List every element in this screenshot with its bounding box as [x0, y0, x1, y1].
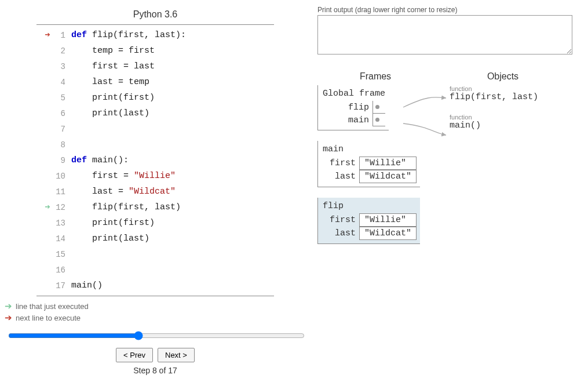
code-panel: Python 3.6 ➔1def flip(first, last):2 tem…: [36, 9, 274, 296]
code-line: 9def main():: [36, 152, 274, 168]
object-type: function: [450, 114, 584, 121]
code-line: 5 print(first): [36, 90, 274, 106]
global-var-main-row: main: [341, 114, 385, 126]
var-value: "Wildcat": [359, 227, 417, 240]
line-number: 11: [52, 187, 71, 197]
line-number: 3: [52, 62, 71, 71]
code-text: temp = first: [71, 46, 155, 56]
var-name: first: [323, 213, 359, 227]
line-number: 13: [52, 219, 71, 228]
flip-var-first-row: first "Willie": [323, 213, 417, 227]
arrow-green-icon: ➔: [45, 203, 50, 212]
var-name: first: [323, 157, 359, 170]
object-type: function: [450, 85, 584, 92]
code-text: print(first): [71, 93, 155, 103]
line-number: 12: [52, 203, 71, 212]
legend-green-text: line that just executed: [16, 302, 89, 311]
line-number: 8: [52, 140, 71, 150]
line-number: 2: [52, 46, 71, 56]
object-function-flip: function flip(first, last): [450, 85, 584, 102]
line-number: 10: [52, 172, 71, 181]
line-number: 6: [52, 109, 71, 118]
flip-var-last-row: last "Wildcat": [323, 227, 417, 240]
var-name: main: [341, 114, 372, 126]
code-line: 7: [36, 121, 274, 137]
frame-main: main first "Willie" last "Wildcat": [317, 141, 420, 187]
main-var-first-row: first "Willie": [323, 157, 417, 170]
line-number: 5: [52, 93, 71, 103]
line-number: 17: [52, 281, 71, 290]
frame-flip: flip first "Willie" last "Wildcat": [317, 198, 420, 244]
code-line: ➔12 flip(first, last): [36, 199, 274, 215]
arrow-red-icon: ➔: [45, 31, 50, 40]
var-value: "Willie": [359, 157, 417, 170]
code-text: first = "Willie": [71, 171, 176, 181]
frame-main-title: main: [323, 144, 417, 154]
code-text: def main():: [71, 155, 129, 165]
var-value: "Willie": [359, 213, 417, 227]
code-line: 13 print(first): [36, 215, 274, 231]
code-text: print(last): [71, 234, 149, 243]
print-output[interactable]: [317, 15, 572, 54]
code-line: 16: [36, 262, 274, 278]
visualization-area: Global frame flip main main: [317, 85, 584, 255]
code-line: 3 first = last: [36, 59, 274, 74]
line-number: 9: [52, 156, 71, 165]
var-value: "Wildcat": [359, 170, 417, 183]
code-text: first = last: [71, 61, 155, 71]
arrow-green-icon: ➔: [5, 301, 12, 311]
line-number: 7: [52, 125, 71, 134]
line-number: 14: [52, 234, 71, 243]
code-text: print(last): [71, 108, 149, 118]
code-text: last = "Wildcat": [71, 187, 176, 197]
code-line: 11 last = "Wildcat": [36, 184, 274, 199]
code-line: 10 first = "Willie": [36, 168, 274, 184]
code-line: 2 temp = first: [36, 43, 274, 59]
line-number: 15: [52, 250, 71, 259]
code-line: 6 print(last): [36, 106, 274, 121]
code-text: def flip(first, last):: [71, 30, 186, 40]
next-button[interactable]: Next >: [158, 348, 195, 362]
frame-flip-title: flip: [323, 201, 417, 211]
code-line: 4 last = temp: [36, 74, 274, 90]
frame-global: Global frame flip main: [317, 85, 389, 130]
prev-button[interactable]: < Prev: [116, 348, 153, 362]
legend-red-text: next line to execute: [16, 314, 81, 322]
code-line: 8: [36, 137, 274, 152]
code-line: 17main(): [36, 278, 274, 293]
objects-header: Objects: [433, 71, 572, 82]
object-signature: flip(first, last): [450, 92, 584, 102]
step-slider[interactable]: [8, 331, 305, 340]
code-text: main(): [71, 281, 103, 290]
line-number: 1: [52, 31, 71, 40]
var-name: last: [323, 170, 359, 183]
language-header: Python 3.6: [36, 9, 274, 20]
line-number: 16: [52, 266, 71, 275]
legend: ➔ line that just executed ➔ next line to…: [5, 301, 306, 323]
main-var-last-row: last "Wildcat": [323, 170, 417, 183]
code-text: last = temp: [71, 77, 149, 87]
object-function-main: function main(): [450, 114, 584, 130]
frames-header: Frames: [317, 71, 433, 82]
line-number: 4: [52, 78, 71, 87]
code-line: 15: [36, 246, 274, 262]
global-var-flip-row: flip: [341, 101, 385, 114]
step-label: Step 8 of 17: [5, 366, 306, 375]
arrow-red-icon: ➔: [5, 312, 12, 323]
code-text: print(first): [71, 218, 155, 228]
var-name: last: [323, 227, 359, 240]
frame-global-title: Global frame: [323, 89, 385, 99]
object-signature: main(): [450, 121, 584, 130]
code-text: flip(first, last): [71, 202, 181, 212]
code-line: ➔1def flip(first, last):: [36, 27, 274, 43]
code-line: 14 print(last): [36, 231, 274, 246]
pointer-dot-icon: [375, 118, 379, 122]
print-output-label: Print output (drag lower right corner to…: [317, 6, 584, 14]
code-lines: ➔1def flip(first, last):2 temp = first3 …: [36, 24, 274, 296]
var-name: flip: [341, 101, 372, 114]
pointer-dot-icon: [375, 105, 379, 109]
